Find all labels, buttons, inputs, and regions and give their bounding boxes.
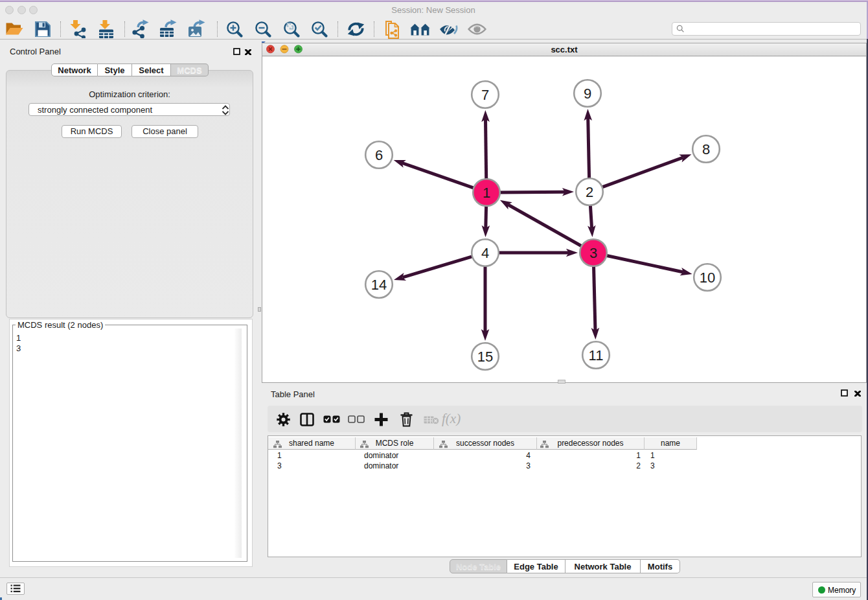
svg-text:2: 2 — [586, 184, 593, 200]
svg-text:15: 15 — [477, 349, 493, 365]
svg-text:3: 3 — [589, 245, 597, 261]
svg-text:8: 8 — [702, 141, 710, 157]
svg-text:6: 6 — [375, 147, 383, 163]
svg-text:4: 4 — [481, 245, 489, 261]
svg-text:11: 11 — [589, 347, 604, 363]
svg-text:9: 9 — [584, 86, 591, 102]
svg-text:14: 14 — [371, 277, 387, 293]
svg-text:7: 7 — [481, 87, 489, 103]
svg-text:1: 1 — [483, 185, 490, 201]
svg-text:10: 10 — [700, 270, 715, 286]
